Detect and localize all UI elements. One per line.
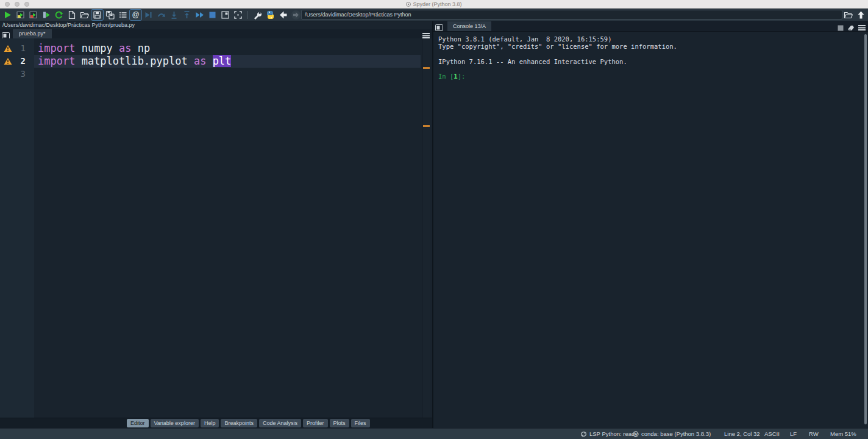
open-file-icon[interactable] [78, 9, 91, 21]
console-banner-line: Type "copyright", "credits" or "license"… [438, 43, 868, 50]
spyder-window: Spyder (Python 3.8) @ /Users [0, 0, 868, 439]
code-editor[interactable]: 1 2 3 import numpy as np import matplotl… [0, 38, 432, 418]
code-line-2-current: import matplotlib.pyplot as plt [34, 55, 421, 68]
conda-icon [633, 431, 639, 437]
rerun-cell-icon[interactable] [52, 9, 65, 21]
console-tab[interactable]: Console 13/A [447, 21, 491, 31]
code-line-1: import numpy as np [34, 42, 421, 55]
status-bar: LSP Python: ready conda: base (Python 3.… [0, 428, 868, 439]
stop-debugging-icon[interactable] [206, 9, 219, 21]
bottom-panel-tabs: Editor Variable explorer Help Breakpoint… [0, 418, 432, 428]
back-icon[interactable] [277, 9, 290, 21]
at-symbol-icon[interactable]: @ [129, 9, 142, 21]
code-line-3 [34, 68, 421, 80]
console-prompt: In [1]: [438, 73, 868, 80]
scroll-flag-area[interactable] [422, 38, 430, 418]
new-file-icon[interactable] [65, 9, 78, 21]
editor-pane: /Users/davidimac/Desktop/Prácticas Pytho… [0, 21, 432, 428]
tab-breakpoints[interactable]: Breakpoints [221, 419, 257, 427]
maximize-pane-icon[interactable] [219, 9, 232, 21]
tab-profiler[interactable]: Profiler [303, 419, 328, 427]
console-scrollbar[interactable] [864, 34, 867, 424]
run-file-icon[interactable] [1, 9, 14, 21]
editor-breadcrumb: /Users/davidimac/Desktop/Prácticas Pytho… [0, 21, 432, 29]
pythonpath-manager-icon[interactable] [264, 9, 277, 21]
step-into-icon[interactable] [168, 9, 180, 21]
toolbar-separator [247, 11, 248, 19]
run-cell-icon[interactable] [14, 9, 27, 21]
run-cell-and-advance-icon[interactable] [27, 9, 40, 21]
console-banner-line: IPython 7.16.1 -- An enhanced Interactiv… [438, 58, 868, 65]
line-number: 1 [21, 42, 26, 55]
selected-text: plt [213, 55, 232, 67]
forward-icon[interactable] [290, 9, 302, 21]
lsp-status: LSP Python: ready [580, 429, 638, 439]
step-return-icon[interactable] [180, 9, 193, 21]
window-title: Spyder (Python 3.8) [0, 0, 868, 9]
warning-flag-mark[interactable] [423, 125, 430, 127]
titlebar: Spyder (Python 3.8) [0, 0, 868, 9]
tab-files[interactable]: Files [351, 419, 370, 427]
eol-status: LF [790, 429, 797, 439]
fullscreen-icon[interactable] [232, 9, 244, 21]
tab-help[interactable]: Help [201, 419, 219, 427]
browse-tabs-icon[interactable] [435, 23, 443, 29]
browse-tabs-icon[interactable] [2, 30, 10, 37]
step-over-icon[interactable] [155, 9, 168, 21]
file-switcher-icon[interactable] [116, 9, 129, 21]
editor-tabbar: prueba.py* [0, 29, 432, 38]
console-tabbar: Console 13/A [433, 21, 868, 31]
console-pane: Console 13/A Python 3.8.1 (default, Jan … [433, 21, 868, 428]
code-lines: import numpy as np import matplotlib.pyp… [34, 38, 421, 80]
save-file-icon[interactable] [91, 9, 104, 21]
cursor-position-status: Line 2, Col 32 [724, 429, 760, 439]
save-all-icon[interactable] [104, 9, 116, 21]
warning-icon [4, 57, 12, 68]
spyder-logo-icon [406, 2, 411, 7]
interpreter-status: conda: base (Python 3.8.3) [633, 429, 711, 439]
editor-gutter: 1 2 3 [0, 38, 34, 418]
tab-variable-explorer[interactable]: Variable explorer [151, 419, 199, 427]
ipython-console[interactable]: Python 3.8.1 (default, Jan 8 2020, 16:15… [433, 31, 868, 428]
console-banner-line: Python 3.8.1 (default, Jan 8 2020, 16:15… [438, 35, 868, 43]
encoding-status: ASCII [764, 429, 780, 439]
warning-flag-mark[interactable] [423, 67, 430, 69]
lsp-cycle-icon [580, 431, 587, 437]
tab-code-analysis[interactable]: Code Analysis [259, 419, 301, 427]
warning-icon [4, 44, 12, 55]
continue-execution-icon[interactable] [193, 9, 206, 21]
memory-status: Mem 51% [830, 429, 856, 439]
editor-options-menu-icon[interactable] [422, 30, 430, 37]
line-number: 3 [21, 68, 26, 80]
readwrite-status: RW [809, 429, 819, 439]
main-toolbar: @ [0, 9, 868, 21]
line-number-current: 2 [21, 55, 26, 68]
working-directory-input[interactable] [301, 10, 842, 20]
tab-editor[interactable]: Editor [127, 419, 149, 427]
run-selection-icon[interactable] [40, 9, 52, 21]
browse-working-directory-icon[interactable] [842, 9, 855, 21]
debug-run-icon[interactable] [142, 9, 155, 21]
tab-plots[interactable]: Plots [330, 419, 349, 427]
parent-directory-icon[interactable] [855, 9, 867, 21]
preferences-icon[interactable] [251, 9, 264, 21]
editor-tab-prueba[interactable]: prueba.py* [13, 29, 52, 38]
